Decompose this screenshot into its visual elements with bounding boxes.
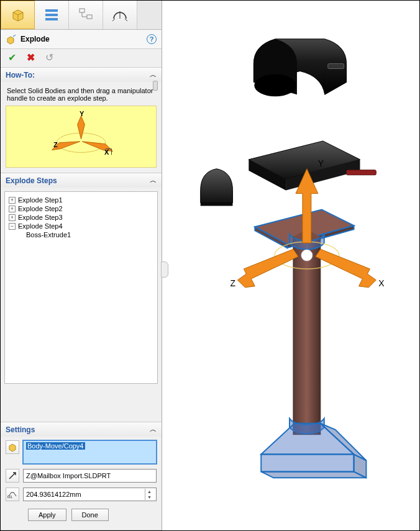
help-button[interactable]: ? — [147, 34, 157, 44]
chevron-up-icon: ︿ — [150, 176, 157, 185]
howto-section: How-To: ︿ Select Solid Bodies and then d… — [1, 68, 162, 173]
tree-item-label: Explode Step1 — [18, 196, 63, 204]
explode-steps-header-label: Explode Steps — [6, 176, 57, 185]
tree-item-label: Explode Step4 — [18, 222, 63, 230]
panel-divider-handle[interactable] — [161, 261, 168, 278]
panel-title: Explode — [21, 35, 50, 43]
explode-steps-header[interactable]: Explode Steps ︿ — [1, 173, 162, 188]
panel-header: Explode ? — [1, 30, 162, 49]
apply-button[interactable]: Apply — [28, 509, 66, 521]
direction-value: Z@Mailbox Import.SLDPRT — [26, 472, 153, 479]
body-icon — [6, 440, 19, 454]
svg-rect-12 — [293, 237, 321, 434]
tree-item[interactable]: + Explode Step2 — [9, 204, 153, 213]
tree-item[interactable]: + Explode Step1 — [9, 196, 153, 204]
cube-icon — [9, 6, 27, 24]
howto-header-label: How-To: — [6, 71, 35, 79]
settings-section: Settings ︿ Body-Move/Copy4 — [1, 422, 162, 530]
panel-tab-strip — [1, 1, 162, 30]
explode-steps-section: Explode Steps ︿ + Explode Step1 + Explod… — [1, 173, 162, 422]
distance-spinner[interactable]: ▲▼ — [145, 489, 153, 500]
tree-item-label: Explode Step2 — [18, 205, 63, 212]
svg-marker-17 — [237, 249, 298, 288]
tree-item-label: Boss-Extrude1 — [26, 231, 71, 238]
undo-button[interactable]: ↺ — [43, 52, 55, 63]
svg-rect-2 — [45, 18, 58, 20]
expand-icon[interactable]: + — [9, 197, 16, 204]
howto-header[interactable]: How-To: ︿ — [1, 68, 162, 82]
tree-item[interactable]: − Explode Step4 — [9, 222, 153, 230]
cancel-button[interactable]: ✖ — [24, 52, 37, 63]
svg-rect-1 — [45, 14, 58, 16]
tab-dim-expert[interactable] — [103, 1, 137, 29]
chevron-up-icon: ︿ — [150, 70, 157, 79]
distance-value: 204.93614122mm — [26, 491, 145, 498]
svg-text:D1: D1 — [7, 495, 12, 499]
mailbox-flag — [347, 170, 377, 175]
svg-rect-3 — [80, 9, 84, 12]
settings-header-label: Settings — [6, 425, 35, 434]
expand-icon[interactable]: + — [9, 214, 16, 221]
svg-rect-0 — [45, 9, 58, 12]
list-icon — [43, 6, 60, 24]
model-render: Y X Z — [162, 1, 419, 530]
done-button[interactable]: Done — [71, 509, 109, 521]
tree-item[interactable]: + Explode Step3 — [9, 213, 153, 222]
svg-marker-6 — [78, 116, 85, 139]
tree-item-label: Explode Step3 — [18, 214, 63, 221]
expand-icon[interactable]: + — [9, 206, 16, 212]
svg-marker-16 — [316, 249, 377, 288]
collapse-icon[interactable]: − — [9, 223, 16, 230]
axis-y-label: Y — [80, 110, 84, 117]
tree-item-child[interactable]: Boss-Extrude1 — [9, 230, 153, 239]
direction-field[interactable]: Z@Mailbox Import.SLDPRT — [23, 469, 157, 483]
axis-z-label: Z — [230, 278, 235, 288]
svg-rect-11 — [328, 64, 344, 69]
distance-field[interactable]: 204.93614122mm ▲▼ — [23, 488, 157, 501]
body-selection-field[interactable]: Body-Move/Copy4 — [23, 440, 157, 464]
howto-text: Select Solid Bodies and then drag a mani… — [1, 82, 162, 102]
tab-property-manager[interactable] — [35, 1, 69, 29]
settings-header[interactable]: Settings ︿ — [1, 422, 162, 437]
axis-y-label: Y — [318, 158, 324, 168]
direction-icon[interactable] — [6, 469, 19, 483]
ok-button[interactable]: ✔ — [6, 52, 18, 63]
axis-z-label: Z — [53, 141, 58, 148]
axis-x-label: X — [104, 148, 109, 156]
svg-rect-4 — [87, 15, 92, 19]
body-selection-value: Body-Move/Copy4 — [26, 442, 85, 450]
compass-icon — [111, 6, 129, 24]
tree-icon — [77, 6, 94, 24]
tab-configuration-manager[interactable] — [69, 1, 103, 29]
axis-x-label: X — [378, 278, 384, 288]
svg-point-10 — [254, 74, 296, 96]
explode-icon — [6, 34, 17, 45]
howto-triad: Y X Z — [6, 106, 157, 168]
action-row: ✔ ✖ ↺ — [1, 49, 162, 68]
explode-steps-tree[interactable]: + Explode Step1 + Explode Step2 + Explod… — [4, 191, 158, 384]
distance-icon: D1 — [6, 488, 19, 501]
chevron-up-icon: ︿ — [150, 425, 157, 434]
svg-point-14 — [301, 250, 313, 261]
panel-scrollbar[interactable] — [153, 81, 158, 91]
graphics-viewport[interactable]: Y X Z — [162, 1, 419, 530]
tab-feature-manager[interactable] — [1, 1, 35, 29]
